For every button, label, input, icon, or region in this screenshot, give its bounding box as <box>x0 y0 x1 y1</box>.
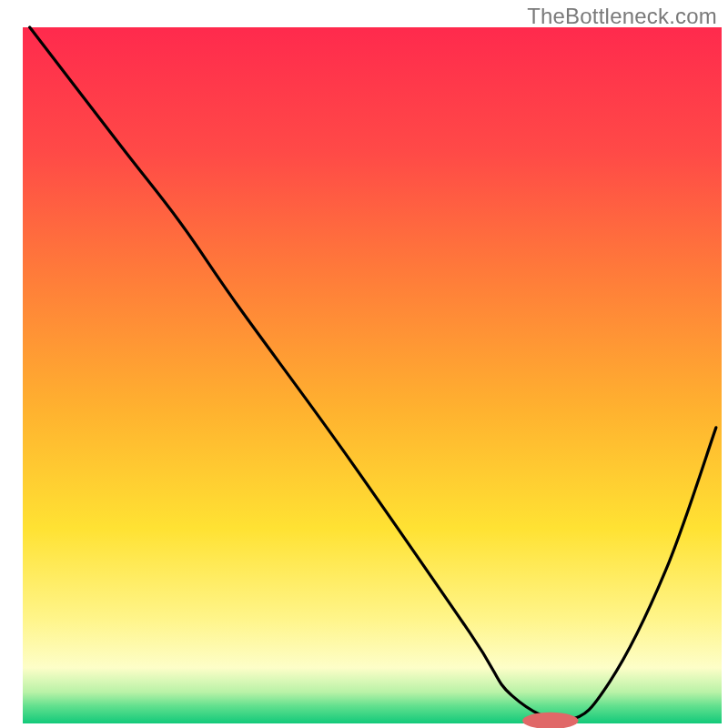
watermark-label: TheBottleneck.com <box>527 4 717 29</box>
gradient-background <box>23 27 722 723</box>
chart-stage: TheBottleneck.com <box>0 0 728 728</box>
bottleneck-chart <box>0 0 728 728</box>
